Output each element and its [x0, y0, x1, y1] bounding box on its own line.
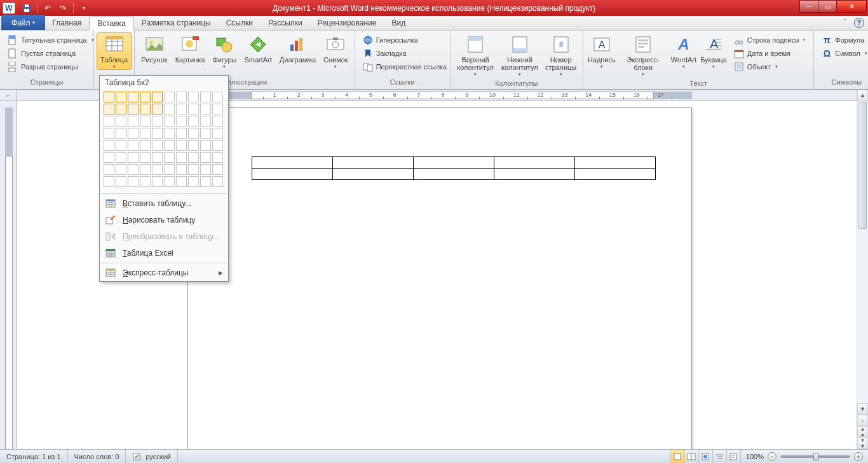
- date-time-button[interactable]: Дата и время: [731, 47, 809, 60]
- grid-cell[interactable]: [164, 128, 175, 139]
- grid-cell[interactable]: [152, 92, 163, 102]
- header-button[interactable]: Верхний колонтитул▾: [453, 32, 498, 78]
- screenshot-button[interactable]: Снимок▾: [320, 32, 352, 70]
- page-number-button[interactable]: #Номер страницы▾: [541, 32, 580, 78]
- grid-cell[interactable]: [188, 92, 199, 102]
- grid-cell[interactable]: [116, 164, 126, 175]
- grid-cell[interactable]: [128, 104, 139, 114]
- grid-cell[interactable]: [128, 176, 139, 187]
- grid-cell[interactable]: [176, 104, 187, 114]
- grid-cell[interactable]: [164, 140, 175, 151]
- page-break-button[interactable]: Разрыв страницы: [4, 60, 89, 73]
- tab-page-layout[interactable]: Разметка страницы: [134, 16, 219, 30]
- grid-cell[interactable]: [116, 140, 126, 151]
- grid-cell[interactable]: [200, 116, 211, 127]
- grid-cell[interactable]: [188, 152, 199, 163]
- status-page[interactable]: Страница: 1 из 1: [0, 450, 68, 463]
- grid-cell[interactable]: [152, 164, 163, 175]
- signature-line-button[interactable]: Строка подписи▾: [731, 34, 809, 46]
- grid-cell[interactable]: [212, 152, 223, 163]
- vertical-ruler[interactable]: [0, 101, 17, 449]
- status-language[interactable]: русский: [126, 450, 177, 463]
- qat-customize-icon[interactable]: ▾: [78, 2, 90, 15]
- grid-cell[interactable]: [212, 104, 223, 114]
- grid-cell[interactable]: [200, 92, 211, 102]
- grid-cell[interactable]: [128, 152, 139, 163]
- quickparts-button[interactable]: Экспресс-блоки▾: [618, 32, 669, 78]
- grid-cell[interactable]: [176, 128, 187, 139]
- grid-cell[interactable]: [200, 128, 211, 139]
- grid-cell[interactable]: [140, 140, 151, 151]
- smartart-button[interactable]: SmartArt: [240, 32, 275, 64]
- next-page-button[interactable]: ▼▼: [857, 438, 868, 449]
- grid-cell[interactable]: [116, 176, 126, 187]
- footer-button[interactable]: Нижний колонтитул▾: [498, 32, 541, 78]
- cover-page-button[interactable]: Титульная страница▾: [4, 34, 89, 46]
- zoom-out-button[interactable]: −: [768, 452, 776, 461]
- shapes-button[interactable]: Фигуры▾: [208, 32, 240, 70]
- tab-view[interactable]: Вид: [384, 16, 413, 30]
- grid-cell[interactable]: [164, 152, 175, 163]
- dropcap-button[interactable]: AБуквица▾: [698, 32, 729, 70]
- grid-cell[interactable]: [188, 128, 199, 139]
- object-button[interactable]: Объект▾: [731, 60, 809, 73]
- grid-cell[interactable]: [128, 92, 139, 102]
- clipart-button[interactable]: Картинка: [172, 32, 209, 64]
- grid-cell[interactable]: [104, 116, 114, 127]
- grid-cell[interactable]: [128, 128, 139, 139]
- vertical-scrollbar[interactable]: ▲ ▼ ◦ ▲▲ ▼▼: [857, 90, 868, 449]
- grid-cell[interactable]: [140, 176, 151, 187]
- scroll-down-button[interactable]: ▼: [857, 403, 868, 415]
- grid-cell[interactable]: [212, 92, 223, 102]
- grid-cell[interactable]: [176, 92, 187, 102]
- minimize-button[interactable]: ─: [799, 0, 818, 13]
- maximize-button[interactable]: ▭: [818, 0, 837, 13]
- tab-references[interactable]: Ссылки: [219, 16, 261, 30]
- grid-cell[interactable]: [212, 116, 223, 127]
- grid-cell[interactable]: [104, 128, 114, 139]
- scroll-thumb[interactable]: [858, 102, 867, 229]
- grid-cell[interactable]: [176, 164, 187, 175]
- zoom-level[interactable]: 100%: [746, 453, 764, 460]
- hyperlink-button[interactable]: Гиперссылка: [360, 34, 445, 46]
- draft-view-button[interactable]: [727, 450, 741, 463]
- status-word-count[interactable]: Число слов: 0: [68, 450, 126, 463]
- grid-cell[interactable]: [116, 92, 126, 102]
- tab-review[interactable]: Рецензирование: [310, 16, 384, 30]
- grid-cell[interactable]: [116, 116, 126, 127]
- tab-mailings[interactable]: Рассылки: [261, 16, 310, 30]
- grid-cell[interactable]: [188, 164, 199, 175]
- grid-cell[interactable]: [104, 140, 114, 151]
- zoom-slider-thumb[interactable]: [813, 453, 818, 460]
- close-button[interactable]: ✕: [836, 0, 867, 13]
- grid-cell[interactable]: [176, 140, 187, 151]
- grid-cell[interactable]: [200, 176, 211, 187]
- draw-table-item[interactable]: Нарисовать таблицу: [100, 212, 228, 228]
- zoom-in-button[interactable]: +: [854, 452, 863, 461]
- insert-table-item[interactable]: Вставить таблицу...: [100, 195, 228, 212]
- grid-cell[interactable]: [116, 128, 126, 139]
- grid-cell[interactable]: [176, 176, 187, 187]
- redo-icon[interactable]: ↷: [57, 2, 69, 15]
- grid-cell[interactable]: [212, 140, 223, 151]
- blank-page-button[interactable]: Пустая страница: [4, 47, 89, 60]
- save-icon[interactable]: [20, 2, 33, 15]
- full-screen-view-button[interactable]: [685, 450, 699, 463]
- grid-cell[interactable]: [152, 176, 163, 187]
- grid-cell[interactable]: [176, 116, 187, 127]
- grid-cell[interactable]: [104, 176, 114, 187]
- tab-selector[interactable]: ⌐: [0, 90, 17, 101]
- grid-cell[interactable]: [104, 164, 114, 175]
- wordart-button[interactable]: AWordArt▾: [669, 32, 698, 70]
- grid-cell[interactable]: [140, 152, 151, 163]
- tab-insert[interactable]: Вставка: [89, 17, 134, 31]
- grid-cell[interactable]: [164, 116, 175, 127]
- grid-cell[interactable]: [212, 176, 223, 187]
- grid-cell[interactable]: [140, 104, 151, 114]
- scroll-up-button[interactable]: ▲: [857, 90, 868, 101]
- grid-cell[interactable]: [212, 128, 223, 139]
- grid-cell[interactable]: [104, 92, 114, 102]
- outline-view-button[interactable]: [713, 450, 727, 463]
- grid-cell[interactable]: [140, 116, 151, 127]
- crossref-button[interactable]: Перекрестная ссылка: [360, 60, 445, 73]
